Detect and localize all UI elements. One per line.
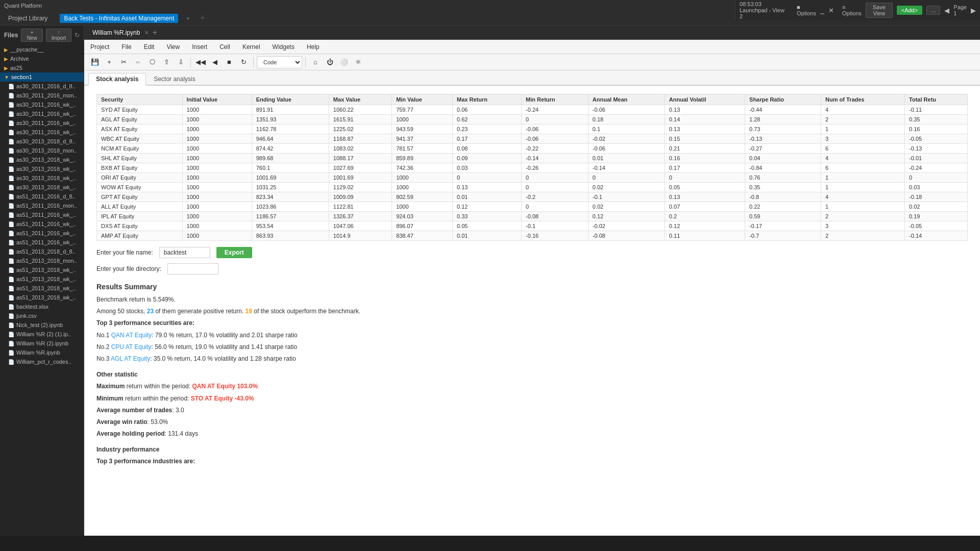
sidebar-item[interactable]: 📄Nick_test (2).ipynb <box>0 320 84 330</box>
file-name-input[interactable] <box>159 247 210 258</box>
col-annual-mean: Annual Mean <box>588 94 665 105</box>
keyboard-btn[interactable]: ⏻ <box>323 56 336 69</box>
add-project-btn[interactable]: + <box>200 13 206 23</box>
menu-edit[interactable]: Edit <box>142 42 157 52</box>
copy-btn[interactable]: ⎓ <box>131 56 144 69</box>
sidebar-item[interactable]: 📄William_pct_r_codes.. <box>0 357 84 366</box>
min-return-line: Minimum return within the period: STO AT… <box>96 394 968 404</box>
settings-btn[interactable]: ⚪ <box>337 56 351 69</box>
add-cell-btn[interactable]: + <box>103 56 116 69</box>
file-icon: 📄 <box>8 102 14 108</box>
menu-project[interactable]: Project <box>88 42 111 52</box>
sidebar-item[interactable]: ▶__pycache__ <box>0 45 84 54</box>
tab-sector-analysis[interactable]: Sector analysis <box>146 73 203 85</box>
launchpad-options[interactable]: ■ Options <box>797 4 816 16</box>
sidebar-item[interactable]: ▶Archive <box>0 54 84 63</box>
menu-widgets[interactable]: Widgets <box>271 42 297 52</box>
sidebar-item[interactable]: 📄as51_2013_2018_wk_.. <box>0 284 84 293</box>
sidebar-item[interactable]: 📄as30_2013_2018_d_8.. <box>0 137 84 146</box>
sidebar-item[interactable]: 📄as51_2013_2018_wk_.. <box>0 265 84 274</box>
col-min-return: Min Return <box>522 94 589 105</box>
cut-btn[interactable]: ✂ <box>117 56 130 69</box>
menu-kernel[interactable]: Kernel <box>240 42 262 52</box>
sidebar-item[interactable]: 📄as51_2013_2018_mon.. <box>0 256 84 265</box>
sidebar-item[interactable]: 📄as30_2013_2018_mon.. <box>0 146 84 155</box>
sidebar-item[interactable]: 📄as30_2011_2016_d_8.. <box>0 82 84 91</box>
project-library-btn[interactable]: Project Library <box>4 14 52 23</box>
stop-btn[interactable]: ■ <box>223 56 236 69</box>
table-cell: 781.57 <box>392 144 453 154</box>
file-icon: 📄 <box>8 157 14 163</box>
sidebar: Files + New ↑ Import ↻ ▶__pycache__▶Arch… <box>0 26 84 536</box>
sidebar-item[interactable]: 📄as51_2013_2018_wk_.. <box>0 293 84 302</box>
minimize-btn[interactable]: ⎯ <box>820 7 824 14</box>
close-notebook-tab[interactable]: × <box>145 29 149 36</box>
sidebar-item[interactable]: 📄as30_2013_2018_wk_.. <box>0 183 84 192</box>
sidebar-item[interactable]: 📄William %R (2) (1).ip.. <box>0 330 84 339</box>
sidebar-item[interactable]: 📄as51_2011_2016_wk_.. <box>0 238 84 247</box>
col-security: Security <box>97 94 183 105</box>
back-tests-tab[interactable]: Back Tests - Infinitas Asset Management <box>60 14 178 23</box>
file-icon: 📄 <box>8 231 14 236</box>
export-button[interactable]: Export <box>216 247 252 258</box>
tab-stock-analysis[interactable]: Stock analysis <box>88 73 146 86</box>
dir-input[interactable] <box>167 263 218 274</box>
sidebar-item[interactable]: ▶as25 <box>0 63 84 72</box>
info-btn[interactable]: ⚛ <box>352 56 365 69</box>
table-cell: 0.09 <box>453 154 522 163</box>
sidebar-item[interactable]: 📄as51_2013_2018_wk_.. <box>0 274 84 284</box>
new-btn[interactable]: + New <box>21 29 43 42</box>
sidebar-item[interactable]: 📄William %R (2).ipynb <box>0 339 84 348</box>
sidebar-item[interactable]: 📄as30_2011_2016_wk_.. <box>0 128 84 137</box>
file-icon: 📄 <box>8 249 14 255</box>
sidebar-item[interactable]: 📄as51_2011_2016_mon.. <box>0 201 84 210</box>
next-page-btn[interactable]: ▶ <box>971 7 976 14</box>
menu-view[interactable]: View <box>164 42 182 52</box>
save-btn[interactable]: 💾 <box>88 56 102 69</box>
sidebar-item[interactable]: 📄as30_2013_2018_wk_.. <box>0 164 84 173</box>
menu-help[interactable]: Help <box>305 42 322 52</box>
sidebar-item[interactable]: 📄as51_2011_2016_d_8.. <box>0 192 84 201</box>
sidebar-item[interactable]: 📄as30_2011_2016_wk_.. <box>0 100 84 109</box>
table-cell: 0 <box>665 173 745 183</box>
table-cell: -0.05 <box>905 221 968 231</box>
add-notebook-tab[interactable]: + <box>153 28 157 37</box>
sidebar-item[interactable]: 📄as51_2011_2016_wk_.. <box>0 229 84 238</box>
table-cell: -0.01 <box>905 154 968 163</box>
add-btn[interactable]: <Add> <box>897 6 922 15</box>
cell-type-select[interactable]: Code Markdown Raw <box>257 56 302 68</box>
options2-label[interactable]: ≡ Options <box>842 4 862 16</box>
paste-btn[interactable]: ⎔ <box>145 56 159 69</box>
menu-file[interactable]: File <box>119 42 133 52</box>
sidebar-item[interactable]: 📄as51_2011_2016_wk_.. <box>0 210 84 219</box>
restart-btn[interactable]: ↻ <box>237 56 250 69</box>
sidebar-item[interactable]: ▼section1 <box>0 72 84 82</box>
menu-cell[interactable]: Cell <box>217 42 232 52</box>
first-cell-btn[interactable]: ◀◀ <box>194 56 207 69</box>
close-btn[interactable]: ✕ <box>828 7 834 14</box>
sidebar-item[interactable]: 📄as51_2011_2016_wk_.. <box>0 219 84 229</box>
sidebar-item[interactable]: 📄as30_2013_2018_wk_.. <box>0 155 84 164</box>
table-cell: 1027.69 <box>329 163 391 173</box>
refresh-btn[interactable]: ↻ <box>75 32 80 39</box>
dots-btn[interactable]: ... <box>926 6 940 15</box>
sidebar-item[interactable]: 📄as30_2011_2016_mon.. <box>0 91 84 100</box>
sidebar-item[interactable]: 📄as30_2011_2016_wk_.. <box>0 118 84 128</box>
move-up-btn[interactable]: ⇧ <box>160 56 173 69</box>
move-down-btn[interactable]: ⇩ <box>174 56 187 69</box>
home-btn[interactable]: ⌂ <box>309 56 322 69</box>
prev-cell-btn[interactable]: ◀ <box>208 56 222 69</box>
sidebar-item[interactable]: 📄as30_2011_2016_wk_.. <box>0 109 84 118</box>
col-sharpe: Sharpe Ratio <box>745 94 821 105</box>
sidebar-item[interactable]: 📄junk.csv <box>0 311 84 320</box>
sidebar-item[interactable]: 📄William %R.ipynb <box>0 348 84 357</box>
import-btn[interactable]: ↑ Import <box>46 29 71 42</box>
sidebar-item[interactable]: 📄as30_2013_2018_wk_.. <box>0 173 84 183</box>
sidebar-item[interactable]: 📄as51_2013_2018_d_8.. <box>0 247 84 256</box>
save-view-btn[interactable]: Save View <box>866 3 893 18</box>
notebook-tab[interactable]: William %R.ipynb × <box>92 29 149 36</box>
close-tab-btn[interactable]: × <box>186 15 189 21</box>
sidebar-item[interactable]: 📄backtest.xlsx <box>0 302 84 311</box>
menu-insert[interactable]: Insert <box>190 42 209 52</box>
prev-page-btn[interactable]: ◀ <box>944 7 949 14</box>
